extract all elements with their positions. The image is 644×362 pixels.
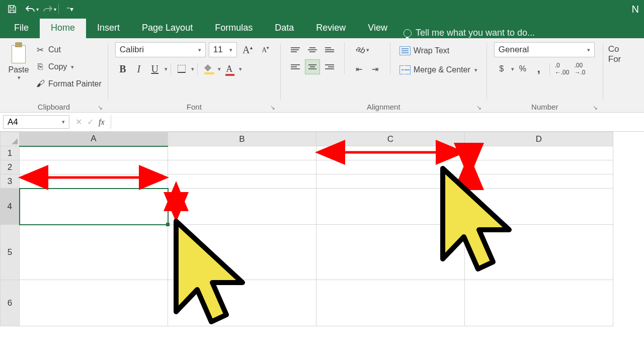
increase-font-button[interactable]: A▴: [240, 42, 255, 57]
cell[interactable]: [316, 280, 465, 326]
percent-format-button[interactable]: %: [515, 61, 530, 76]
cell[interactable]: [168, 225, 316, 280]
tell-me-search[interactable]: Tell me what you want to do...: [404, 28, 535, 38]
align-middle-button[interactable]: [305, 42, 320, 57]
save-icon[interactable]: [3, 1, 21, 17]
cell[interactable]: [168, 160, 316, 174]
tab-page-layout[interactable]: Page Layout: [131, 19, 204, 38]
cell[interactable]: [20, 160, 168, 174]
align-top-button[interactable]: [288, 42, 303, 57]
lightbulb-icon: [404, 29, 412, 37]
orientation-button[interactable]: ab▾: [352, 42, 374, 57]
row-header-4[interactable]: 4: [1, 189, 20, 225]
wrap-text-button[interactable]: Wrap Text: [399, 43, 477, 58]
tab-formulas[interactable]: Formulas: [204, 19, 264, 38]
increase-indent-button[interactable]: ⇥: [368, 61, 383, 76]
insert-function-button[interactable]: fx: [99, 118, 105, 127]
cell[interactable]: [20, 146, 168, 160]
column-header-a[interactable]: A: [20, 132, 168, 146]
cell[interactable]: [168, 146, 316, 160]
tab-review[interactable]: Review: [305, 19, 357, 38]
underline-dropdown-icon[interactable]: ▾: [165, 66, 168, 72]
align-right-icon: [325, 63, 334, 70]
fill-color-button[interactable]: [201, 61, 216, 76]
cell[interactable]: [20, 225, 168, 280]
cell[interactable]: [168, 189, 316, 225]
cell[interactable]: [316, 174, 465, 189]
decrease-decimal-button[interactable]: .00→.0: [572, 61, 587, 76]
cell[interactable]: [465, 146, 613, 160]
customize-qat-icon[interactable]: ⁼▾: [61, 1, 79, 17]
underline-button[interactable]: U: [147, 61, 163, 76]
copy-button[interactable]: ⎘Copy▾: [35, 59, 102, 74]
align-right-button[interactable]: [322, 59, 337, 74]
tab-home[interactable]: Home: [40, 19, 86, 38]
cell[interactable]: [316, 189, 465, 225]
row-header-1[interactable]: 1: [1, 146, 20, 160]
decrease-indent-button[interactable]: ⇤: [352, 61, 367, 76]
copy-icon: ⎘: [35, 62, 45, 72]
spreadsheet-grid[interactable]: A B C D 1 2 3 4 5 6: [0, 132, 644, 326]
format-painter-button[interactable]: 🖌Format Painter: [35, 76, 102, 92]
align-left-button[interactable]: [288, 59, 303, 74]
cell[interactable]: [316, 160, 465, 174]
comma-format-button[interactable]: ,: [531, 61, 546, 76]
decrease-font-button[interactable]: A▾: [258, 42, 273, 57]
tab-data[interactable]: Data: [264, 19, 305, 38]
accounting-format-button[interactable]: $: [494, 61, 509, 76]
column-header-c[interactable]: C: [316, 132, 465, 146]
cell[interactable]: [465, 160, 613, 174]
row-header-5[interactable]: 5: [1, 225, 20, 280]
fill-dropdown-icon[interactable]: ▾: [218, 66, 221, 72]
separator: [344, 42, 345, 74]
merge-dropdown-icon[interactable]: ▾: [474, 67, 477, 73]
number-launcher-icon[interactable]: ↘: [592, 104, 599, 111]
cell[interactable]: [316, 146, 465, 160]
cell[interactable]: [20, 280, 168, 326]
cut-button[interactable]: ✂Cut: [35, 42, 102, 57]
currency-dropdown-icon[interactable]: ▾: [511, 66, 514, 72]
align-center-button[interactable]: [305, 59, 320, 74]
cell[interactable]: [20, 174, 168, 189]
bold-button[interactable]: B: [115, 61, 130, 76]
column-header-b[interactable]: B: [168, 132, 316, 146]
font-color-dropdown-icon[interactable]: ▾: [239, 66, 242, 72]
tab-view[interactable]: View: [357, 19, 398, 38]
increase-decimal-icon: .0←.00: [555, 62, 570, 76]
cell[interactable]: [465, 189, 613, 225]
cell[interactable]: [465, 280, 613, 326]
row-header-2[interactable]: 2: [1, 160, 20, 174]
font-launcher-icon[interactable]: ↘: [269, 104, 276, 111]
select-all-corner[interactable]: [1, 132, 20, 146]
font-size-combo[interactable]: 11▾: [209, 42, 237, 57]
number-format-combo[interactable]: General▾: [494, 42, 595, 57]
paste-dropdown-icon[interactable]: ▾: [18, 74, 21, 81]
undo-icon[interactable]: [21, 1, 39, 17]
cell[interactable]: [168, 174, 316, 189]
increase-decimal-button[interactable]: .0←.00: [553, 61, 572, 76]
column-header-d[interactable]: D: [465, 132, 613, 146]
tab-file[interactable]: File: [3, 19, 40, 38]
borders-button[interactable]: [174, 61, 189, 76]
copy-dropdown-icon[interactable]: ▾: [71, 64, 74, 70]
italic-button[interactable]: I: [131, 61, 146, 76]
tab-insert[interactable]: Insert: [86, 19, 131, 38]
separator: [171, 63, 171, 75]
font-color-button[interactable]: A: [222, 61, 237, 76]
cell[interactable]: [465, 174, 613, 189]
cell-a4-selected[interactable]: [20, 189, 168, 225]
cell[interactable]: [168, 280, 316, 326]
formula-input[interactable]: [111, 115, 644, 129]
row-header-6[interactable]: 6: [1, 280, 20, 326]
cell[interactable]: [316, 225, 465, 280]
row-header-3[interactable]: 3: [1, 174, 20, 189]
alignment-launcher-icon[interactable]: ↘: [475, 104, 482, 111]
cell[interactable]: [465, 225, 613, 280]
name-box[interactable]: A4▾: [3, 115, 69, 129]
align-bottom-button[interactable]: [322, 42, 337, 57]
borders-dropdown-icon[interactable]: ▾: [191, 66, 194, 72]
paste-button[interactable]: Paste ▾: [4, 41, 33, 101]
font-name-combo[interactable]: Calibri▾: [115, 42, 206, 57]
merge-center-button[interactable]: Merge & Center▾: [399, 62, 477, 77]
clipboard-launcher-icon[interactable]: ↘: [97, 104, 104, 111]
